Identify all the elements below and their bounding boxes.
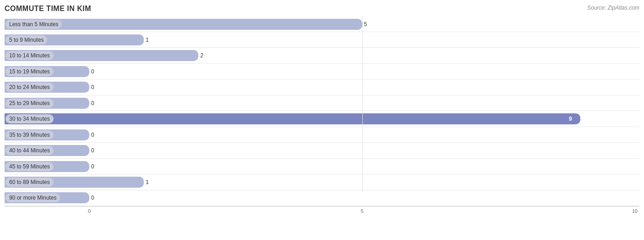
bar-track bbox=[5, 19, 639, 30]
bar-label: 20 to 24 Minutes bbox=[5, 83, 54, 92]
bar-fill bbox=[5, 113, 580, 124]
bar-label: 5 to 9 Minutes bbox=[5, 35, 47, 45]
bar-track bbox=[5, 145, 639, 156]
grid-line bbox=[362, 17, 363, 192]
bar-label: 90 or more Minutes bbox=[5, 193, 60, 202]
bar-row: 35 to 39 Minutes0 bbox=[5, 127, 639, 143]
bar-value: 0 bbox=[91, 163, 94, 170]
bar-track bbox=[5, 66, 639, 77]
bar-row: 15 to 19 Minutes0 bbox=[5, 64, 639, 79]
bar-row: 20 to 24 Minutes0 bbox=[5, 80, 639, 95]
x-tick: 0 bbox=[88, 208, 91, 214]
bar-row: 40 to 44 Minutes0 bbox=[5, 143, 639, 159]
x-tick: 10 bbox=[632, 208, 638, 214]
chart-title: COMMUTE TIME IN KIM bbox=[5, 5, 639, 13]
bar-label: 35 to 39 Minutes bbox=[5, 130, 54, 140]
bar-label: 15 to 19 Minutes bbox=[5, 67, 54, 76]
x-tick: 5 bbox=[360, 208, 363, 214]
bar-track bbox=[5, 129, 639, 140]
bar-value: 0 bbox=[91, 68, 94, 75]
bar-row: 45 to 59 Minutes0 bbox=[5, 159, 639, 174]
bar-label: 45 to 59 Minutes bbox=[5, 162, 54, 171]
bar-track bbox=[5, 82, 639, 93]
bar-track bbox=[5, 98, 639, 109]
bar-row: 30 to 34 Minutes9 bbox=[5, 112, 639, 127]
bar-label: 25 to 29 Minutes bbox=[5, 99, 54, 108]
bar-track bbox=[5, 161, 639, 172]
bar-value: 1 bbox=[146, 179, 149, 185]
bar-value: 0 bbox=[91, 147, 94, 154]
bar-value: 9 bbox=[569, 116, 636, 122]
bar-value: 0 bbox=[91, 132, 94, 138]
bar-label: Less than 5 Minutes bbox=[5, 20, 62, 29]
chart-area: Less than 5 Minutes55 to 9 Minutes110 to… bbox=[5, 17, 639, 220]
x-axis: 0510 bbox=[5, 206, 639, 220]
bar-track bbox=[5, 113, 639, 124]
bar-row: 10 to 14 Minutes2 bbox=[5, 48, 639, 64]
bar-track bbox=[5, 34, 639, 45]
bar-track bbox=[5, 50, 639, 61]
bar-row: Less than 5 Minutes5 bbox=[5, 17, 639, 32]
bar-row: 90 or more Minutes0 bbox=[5, 190, 639, 206]
bar-value: 0 bbox=[91, 84, 94, 90]
bar-value: 5 bbox=[364, 21, 367, 28]
bar-label: 30 to 34 Minutes bbox=[5, 114, 54, 123]
bar-value: 2 bbox=[200, 52, 203, 59]
bar-row: 5 to 9 Minutes1 bbox=[5, 32, 639, 48]
bar-row: 60 to 89 Minutes1 bbox=[5, 175, 639, 190]
bar-value: 0 bbox=[91, 195, 94, 201]
bar-label: 60 to 89 Minutes bbox=[5, 178, 54, 187]
bar-label: 10 to 14 Minutes bbox=[5, 51, 54, 60]
bars-section: Less than 5 Minutes55 to 9 Minutes110 to… bbox=[5, 17, 639, 206]
source-text: Source: ZipAtlas.com bbox=[587, 5, 639, 11]
bar-value: 1 bbox=[146, 37, 149, 43]
bar-label: 40 to 44 Minutes bbox=[5, 146, 54, 155]
bar-track bbox=[5, 177, 639, 188]
bar-row: 25 to 29 Minutes0 bbox=[5, 95, 639, 111]
bar-track bbox=[5, 192, 639, 203]
chart-container: COMMUTE TIME IN KIM Source: ZipAtlas.com… bbox=[0, 0, 644, 240]
bar-value: 0 bbox=[91, 100, 94, 106]
